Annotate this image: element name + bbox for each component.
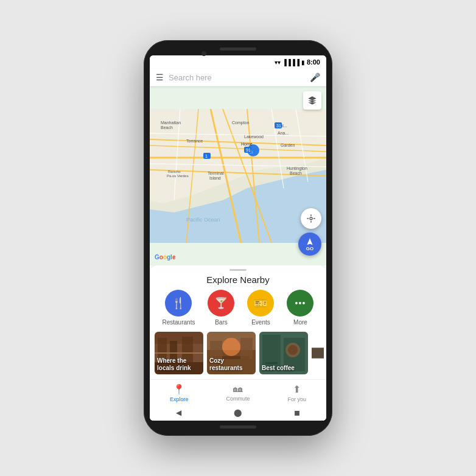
- commute-nav-label: Commute: [226, 396, 250, 402]
- back-button[interactable]: ◀: [176, 408, 181, 417]
- svg-text:Rancho: Rancho: [168, 170, 181, 173]
- svg-text:Manhattan: Manhattan: [161, 121, 181, 125]
- svg-text:Beach: Beach: [161, 125, 173, 130]
- place-card-best-coffee[interactable]: Best coffee: [259, 332, 308, 374]
- phone-speaker-top: [220, 47, 256, 51]
- status-time: 8:00: [307, 58, 320, 66]
- svg-text:Ana...: Ana...: [278, 131, 289, 135]
- svg-text:Pa.os Verdes: Pa.os Verdes: [167, 174, 189, 178]
- svg-text:Beach: Beach: [290, 171, 302, 175]
- status-bar: ▾▾ ▐▐▐▐ ▮ 8:00: [150, 55, 326, 69]
- status-icons: ▾▾ ▐▐▐▐ ▮ 8:00: [275, 58, 320, 66]
- svg-text:91: 91: [246, 148, 251, 152]
- place-cards-row: Where thelocals drink Cozyrestaurants: [150, 332, 326, 379]
- bars-label: Bars: [215, 319, 228, 326]
- svg-text:Compton: Compton: [232, 121, 250, 125]
- svg-text:Huntington: Huntington: [287, 166, 307, 171]
- for-you-nav-label: For you: [287, 396, 306, 402]
- for-you-nav-icon: ⬆: [293, 383, 301, 395]
- bottom-sheet: Explore Nearby 🍴 Restaurants 🍸 Bars 🎫 Ev…: [150, 265, 326, 421]
- wifi-icon: ▾▾: [275, 59, 281, 66]
- svg-text:Pacific Ocean: Pacific Ocean: [186, 217, 220, 223]
- svg-rect-61: [312, 348, 324, 359]
- home-button[interactable]: ⬤: [234, 408, 242, 417]
- go-button[interactable]: GO: [298, 233, 321, 256]
- svg-text:Garden: Garden: [281, 143, 295, 147]
- google-logo: Google: [155, 254, 175, 261]
- place-card-locals-drink[interactable]: Where thelocals drink: [155, 332, 203, 374]
- go-label: GO: [306, 246, 313, 251]
- recents-button[interactable]: ◼: [294, 408, 300, 417]
- svg-text:Torrance: Torrance: [186, 139, 203, 143]
- cozy-restaurants-label: Cozyrestaurants: [209, 357, 242, 372]
- sheet-handle: [150, 265, 326, 273]
- svg-rect-53: [240, 338, 253, 359]
- category-events[interactable]: 🎫 Events: [247, 290, 274, 326]
- svg-point-50: [222, 338, 240, 356]
- nav-explore[interactable]: 📍 Explore: [150, 383, 209, 402]
- explore-nav-label: Explore: [170, 396, 189, 402]
- svg-text:Terminal: Terminal: [208, 171, 224, 175]
- place-card-more[interactable]: [312, 332, 324, 374]
- phone-camera: [201, 51, 206, 56]
- category-restaurants[interactable]: 🍴 Restaurants: [163, 290, 195, 326]
- more-label: More: [293, 319, 307, 326]
- restaurants-icon: 🍴: [165, 290, 192, 317]
- layers-button[interactable]: [303, 91, 321, 110]
- nav-commute[interactable]: 🏘 Commute: [209, 383, 268, 402]
- mic-icon[interactable]: 🎤: [310, 72, 320, 82]
- phone-screen: ▾▾ ▐▐▐▐ ▮ 8:00 ☰ Search here 🎤: [150, 55, 326, 421]
- search-bar: ☰ Search here 🎤: [150, 69, 326, 86]
- place-card-cozy-restaurants[interactable]: Cozyrestaurants: [207, 332, 256, 374]
- svg-text:Lakewood: Lakewood: [244, 135, 264, 139]
- svg-text:Home: Home: [241, 142, 253, 146]
- location-button[interactable]: [301, 208, 321, 229]
- commute-nav-icon: 🏘: [233, 383, 243, 394]
- android-nav: ◀ ⬤ ◼: [150, 405, 326, 421]
- category-row: 🍴 Restaurants 🍸 Bars 🎫 Events ••• More: [150, 290, 326, 332]
- search-input[interactable]: Search here: [169, 73, 305, 82]
- svg-text:1: 1: [205, 154, 208, 158]
- svg-point-59: [288, 345, 298, 355]
- more-icon: •••: [287, 290, 313, 317]
- bottom-nav: 📍 Explore 🏘 Commute ⬆ For you: [150, 379, 326, 405]
- events-icon: 🎫: [247, 290, 274, 317]
- battery-icon: ▮: [301, 59, 305, 66]
- handle-bar: [229, 269, 247, 271]
- restaurants-label: Restaurants: [163, 319, 195, 326]
- bars-icon: 🍸: [208, 290, 234, 317]
- nav-for-you[interactable]: ⬆ For you: [267, 383, 326, 402]
- explore-nav-icon: 📍: [173, 383, 185, 395]
- svg-rect-52: [210, 341, 222, 359]
- map-area[interactable]: Manhattan Beach Torrance Compton Lakewoo…: [150, 86, 326, 265]
- svg-rect-60: [265, 362, 278, 364]
- phone-frame: ▾▾ ▐▐▐▐ ▮ 8:00 ☰ Search here 🎤: [144, 40, 332, 436]
- best-coffee-label: Best coffee: [262, 365, 295, 372]
- category-bars[interactable]: 🍸 Bars: [208, 290, 234, 326]
- signal-icon: ▐▐▐▐: [282, 59, 299, 66]
- svg-point-40: [310, 217, 312, 220]
- phone-speaker-bottom: [220, 425, 256, 429]
- locals-drink-label: Where thelocals drink: [157, 357, 191, 372]
- svg-text:Island: Island: [209, 176, 221, 180]
- events-label: Events: [251, 319, 270, 326]
- svg-text:31: 31: [276, 124, 281, 128]
- explore-title: Explore Nearby: [150, 273, 326, 290]
- category-more[interactable]: ••• More: [287, 290, 313, 326]
- hamburger-icon[interactable]: ☰: [156, 72, 164, 82]
